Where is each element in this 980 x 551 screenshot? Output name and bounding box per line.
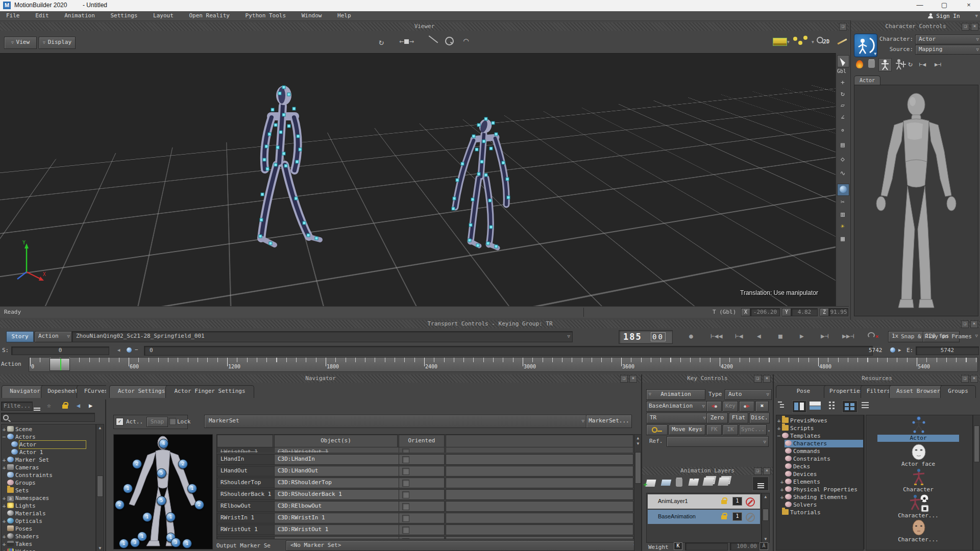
oriented-checkbox[interactable] xyxy=(402,491,409,498)
favorite-star-icon[interactable]: ☆ xyxy=(47,402,51,409)
marker-badge[interactable]: 5 xyxy=(157,496,166,506)
tree-item-scene[interactable]: +Scene xyxy=(2,425,32,433)
delete-layer-icon[interactable] xyxy=(676,479,682,487)
merge-layer-icon[interactable]: ↓ xyxy=(689,479,699,486)
prev-key-button[interactable]: ◀● xyxy=(706,401,722,412)
oriented-checkbox[interactable] xyxy=(402,515,409,522)
tree-view-icon[interactable] xyxy=(778,402,788,411)
scissors-icon[interactable]: ✂ xyxy=(837,197,848,207)
layers-icon[interactable]: ▥ xyxy=(837,209,848,219)
marker-column-header[interactable] xyxy=(217,435,273,447)
tr-select[interactable]: TR▽ xyxy=(646,413,708,423)
move-keys-button[interactable]: Move Keys xyxy=(669,424,705,435)
range-right-arrow[interactable]: ▶ xyxy=(898,347,901,353)
goto-end-button[interactable]: ▶▶⊣ xyxy=(842,332,854,340)
range-minus[interactable]: − xyxy=(135,346,138,353)
back-arrow-icon[interactable]: ◀ xyxy=(77,402,80,409)
play-reverse-button[interactable]: ◀ xyxy=(757,332,761,340)
menu-animation[interactable]: Animation xyxy=(58,11,101,20)
close-panel-icon[interactable]: × xyxy=(763,467,771,475)
time-ruler[interactable]: 0 600 1200 1800 2400 3000 3600 4200 4800… xyxy=(29,357,978,372)
grid-display-icon[interactable]: ▦ xyxy=(837,234,848,244)
tree-item-constraints[interactable]: Constraints xyxy=(2,471,53,479)
active-checkbox[interactable]: ✓ xyxy=(116,418,124,425)
play-button[interactable]: ▶ xyxy=(800,332,804,340)
maximize-button[interactable]: ▢ xyxy=(933,0,955,11)
marker-badge[interactable]: 3 xyxy=(171,538,181,547)
search-box[interactable] xyxy=(1,413,95,422)
tree-item-decks[interactable]: Decks xyxy=(785,463,810,470)
asset-character-ball[interactable]: Character... xyxy=(866,494,972,518)
layer-solo-icon[interactable]: 1 xyxy=(732,512,742,521)
snap-button[interactable]: Snap xyxy=(146,417,168,427)
tree-item-namespaces[interactable]: +aNamespaces xyxy=(2,494,49,502)
ref-select[interactable]: ▽ xyxy=(667,436,769,447)
goto-start-button[interactable]: ⊢◀◀ xyxy=(710,332,722,340)
next-key-button[interactable]: ▶⊣ xyxy=(821,332,829,340)
ik-button[interactable]: IK xyxy=(723,424,738,435)
oriented-checkbox[interactable] xyxy=(402,503,409,510)
tree-item-actor[interactable]: Actor xyxy=(11,441,86,448)
tree-item-takes[interactable]: +Takes xyxy=(2,540,32,548)
zero-button[interactable]: Zero xyxy=(706,413,728,423)
trash-icon[interactable] xyxy=(868,60,875,68)
tree-item-marker-set[interactable]: +Marker Set xyxy=(2,456,49,464)
oriented-checkbox[interactable] xyxy=(402,468,409,475)
tree-item-constraints[interactable]: Constraints xyxy=(785,455,830,463)
pan-tool-icon[interactable]: ←→ xyxy=(399,37,414,46)
x-axis-value[interactable]: -206.20 xyxy=(750,308,780,316)
detail-view-icon[interactable] xyxy=(862,402,869,403)
actor-figure-view[interactable]: 4 2 2 5 1 1 5 2 2 1 1 1 1 1 3 3 1 xyxy=(113,434,213,549)
tab-groups[interactable]: Groups xyxy=(940,385,976,398)
range-left-arrow[interactable]: ◀ xyxy=(117,347,120,353)
tree-item-physical-properties[interactable]: +Physical Properties xyxy=(779,486,857,493)
display-button[interactable]: ▽ Display xyxy=(39,37,76,49)
oriented-checkbox[interactable] xyxy=(402,527,409,534)
marker-badge[interactable]: 1 xyxy=(166,512,176,522)
layer-row-baseanimation[interactable]: BaseAnimation 1 xyxy=(648,510,760,524)
menu-window[interactable]: Window xyxy=(296,11,328,20)
weight-auto-button[interactable]: A xyxy=(760,542,768,550)
story-button[interactable]: Story xyxy=(6,331,34,342)
menu-help[interactable]: Help xyxy=(331,11,357,20)
marker-badge[interactable]: 4 xyxy=(159,439,168,448)
y-axis-value[interactable]: 4.82 xyxy=(791,308,818,316)
key-prev-icon[interactable]: ⊢◀ xyxy=(919,61,926,68)
fk-button[interactable]: FK xyxy=(706,424,722,435)
layer-stack2-icon[interactable] xyxy=(718,478,729,486)
table-row[interactable]: LWristOut 1 C3D:LWristOut 1 xyxy=(217,447,634,453)
pencil-tool-icon[interactable] xyxy=(837,38,847,44)
animation-mode-button[interactable]: ▽Animation xyxy=(646,389,705,400)
tree-item-videos[interactable]: +Videos xyxy=(2,548,36,551)
rotate-tool-icon[interactable]: ↻ xyxy=(837,89,848,99)
markerset-button[interactable]: MarkerSet... xyxy=(586,415,632,428)
key-next-icon[interactable]: ▶⊣ xyxy=(935,61,941,68)
filter-field[interactable]: Filte... xyxy=(1,402,33,411)
range-handle-right[interactable] xyxy=(890,347,895,353)
add-layer-icon[interactable]: + xyxy=(646,480,656,487)
character-tool-logo[interactable]: ▼ xyxy=(854,34,877,57)
layer-mute-icon[interactable] xyxy=(746,497,755,508)
character-move-icon[interactable] xyxy=(894,58,906,72)
timeline-range-bar[interactable]: 0 xyxy=(144,346,873,356)
next-key-button[interactable]: ●▶ xyxy=(739,401,754,412)
tree-item-opticals[interactable]: +Opticals xyxy=(2,517,42,525)
marker-badge[interactable]: 2 xyxy=(194,500,204,510)
marker-badge[interactable]: 1 xyxy=(142,512,152,522)
layer-mute-icon[interactable] xyxy=(746,513,755,523)
tree-item-cameras[interactable]: +Cameras xyxy=(2,464,39,471)
list-view-icon[interactable] xyxy=(829,402,831,403)
float-panel-icon[interactable]: ❏ xyxy=(961,320,969,328)
sign-in-dropdown-icon[interactable]: ▼ xyxy=(975,13,978,18)
split-view-icon[interactable] xyxy=(792,400,806,413)
asset-actor-face[interactable]: Actor face xyxy=(866,444,972,467)
orbit-tool-icon[interactable]: ↻ xyxy=(379,37,384,47)
character-representation-view[interactable] xyxy=(854,85,978,316)
close-panel-icon[interactable]: × xyxy=(970,375,978,383)
arc-rotate-tool-icon[interactable]: ◠ xyxy=(463,36,469,46)
objects-column-header[interactable]: Object(s) xyxy=(274,435,398,447)
weight-value[interactable]: 100.00 xyxy=(730,542,760,550)
light-icon[interactable]: ☀ xyxy=(837,221,848,232)
close-panel-icon[interactable]: × xyxy=(970,320,978,328)
oriented-column-header[interactable]: Oriented xyxy=(399,435,445,447)
